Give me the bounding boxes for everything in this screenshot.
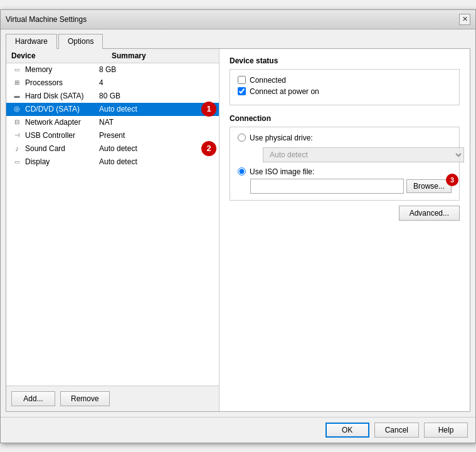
content-area: Device Summary Memory 8 GB Processors [6,48,470,412]
device-summary: NAT [99,118,214,127]
help-button[interactable]: Help [424,423,468,438]
table-row[interactable]: Network Adapter NAT [6,116,219,129]
iso-label: Use ISO image file: [250,167,314,176]
memory-icon [11,65,23,74]
tab-options[interactable]: Options [58,34,103,49]
ok-button[interactable]: OK [325,423,369,438]
cancel-button[interactable]: Cancel [374,423,419,438]
device-status-title: Device status [230,56,460,65]
device-name: Hard Disk (SATA) [25,92,84,100]
add-button[interactable]: Add... [11,391,55,406]
connection-section: Connection Use physical drive: Auto dete [230,114,460,221]
connection-box: Use physical drive: Auto detect [230,127,460,201]
device-table: Device Summary Memory 8 GB Processors [6,49,219,386]
physical-drive-label: Use physical drive: [250,134,313,142]
device-status-box: Connected Connect at power on [230,69,460,105]
connect-power-row: Connect at power on [238,87,452,96]
physical-drive-option: Use physical drive: Auto detect [238,134,452,162]
tab-bar: Hardware Options [1,29,475,48]
table-header: Device Summary [6,49,219,63]
iso-file-row: Browse... 3 [250,179,452,194]
device-summary: 8 GB [99,65,214,74]
title-bar: Virtual Machine Settings ✕ [1,10,475,29]
device-summary: Auto detect 1 [99,105,214,113]
device-summary: Auto detect [99,157,214,166]
table-row[interactable]: USB Controller Present [6,129,219,142]
sound-icon [11,144,23,153]
iso-option: Use ISO image file: Browse... 3 [238,167,452,194]
connection-title: Connection [230,114,460,123]
tab-hardware[interactable]: Hardware [6,34,57,49]
iso-file-input[interactable] [250,179,404,194]
remove-button[interactable]: Remove [60,391,110,406]
table-row-cd-dvd[interactable]: CD/DVD (SATA) Auto detect 1 [6,103,219,116]
advanced-row: Advanced... [230,206,460,221]
device-summary: Auto detect 2 [99,144,214,153]
right-panel: Device status Connected Connect at power… [219,49,470,411]
window-title: Virtual Machine Settings [6,15,87,24]
device-summary: 4 [99,78,214,87]
usb-icon [11,131,23,140]
table-row[interactable]: Memory 8 GB [6,63,219,76]
connected-checkbox[interactable] [238,76,246,84]
header-device: Device [11,51,112,60]
device-name: Memory [25,65,52,74]
cd-icon [11,105,23,113]
close-button[interactable]: ✕ [459,14,470,25]
bottom-buttons: OK Cancel Help [1,417,475,443]
hdd-icon [11,92,23,100]
table-row[interactable]: Processors 4 [6,76,219,90]
device-name: Network Adapter [25,118,81,127]
device-name: Processors [25,78,63,87]
physical-drive-select[interactable]: Auto detect [263,147,464,162]
left-panel: Device Summary Memory 8 GB Processors [6,49,219,411]
table-row[interactable]: Hard Disk (SATA) 80 GB [6,90,219,103]
annotation-3: 3 [446,174,458,186]
device-name: Sound Card [25,144,65,153]
connect-power-label: Connect at power on [250,87,319,96]
connected-label: Connected [250,76,286,85]
connected-row: Connected [238,76,452,85]
network-icon [11,118,23,127]
cpu-icon [11,78,23,87]
connect-power-checkbox[interactable] [238,87,246,95]
table-row-sound[interactable]: Sound Card Auto detect 2 [6,142,219,155]
device-status-section: Device status Connected Connect at power… [230,56,460,105]
radio-group: Use physical drive: Auto detect [238,134,452,194]
device-name: CD/DVD (SATA) [25,105,80,113]
header-summary: Summary [112,51,214,60]
display-icon [11,157,23,166]
device-name: Display [25,157,50,166]
device-summary: Present [99,131,214,140]
virtual-machine-settings-window: Virtual Machine Settings ✕ Hardware Opti… [0,9,476,443]
annotation-1: 1 [201,102,216,117]
browse-button[interactable]: Browse... 3 [406,179,452,193]
device-summary: 80 GB [99,92,214,100]
table-row[interactable]: Display Auto detect [6,155,219,169]
advanced-button[interactable]: Advanced... [399,206,460,221]
annotation-2: 2 [201,141,216,156]
physical-drive-radio[interactable] [238,134,246,142]
device-name: USB Controller [25,131,75,140]
iso-radio[interactable] [238,167,246,176]
left-panel-buttons: Add... Remove [6,386,219,411]
